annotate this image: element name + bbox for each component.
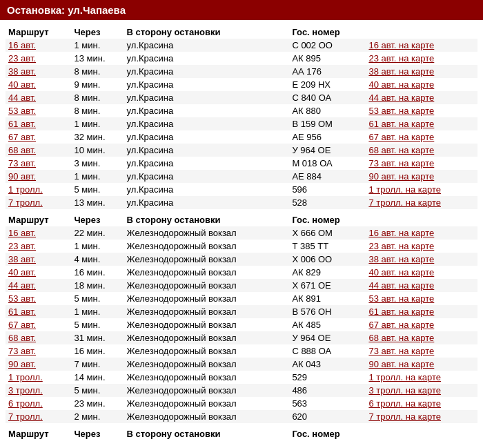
route-link[interactable]: 53 авт. (8, 293, 36, 304)
map-cell[interactable]: 1 тролл. на карте (366, 371, 477, 384)
map-cell[interactable]: 44 авт. на карте (366, 279, 477, 292)
map-link[interactable]: 38 авт. на карте (368, 66, 434, 77)
map-cell[interactable]: 3 тролл. на карте (366, 384, 477, 397)
map-cell[interactable]: 53 авт. на карте (366, 104, 477, 117)
route-cell[interactable]: 53 авт. (6, 292, 71, 305)
route-link[interactable]: 61 авт. (8, 306, 36, 317)
map-cell[interactable]: 53 авт. на карте (366, 292, 477, 305)
map-cell[interactable]: 7 тролл. на карте (366, 410, 477, 423)
route-link[interactable]: 23 авт. (8, 53, 36, 64)
map-cell[interactable]: 73 авт. на карте (366, 344, 477, 358)
map-link[interactable]: 53 авт. на карте (368, 106, 434, 116)
route-cell[interactable]: 61 авт. (6, 305, 71, 318)
route-link[interactable]: 38 авт. (8, 254, 36, 264)
route-link[interactable]: 40 авт. (8, 79, 36, 90)
route-cell[interactable]: 73 авт. (6, 157, 71, 170)
map-link[interactable]: 6 тролл. на карте (368, 398, 441, 409)
route-cell[interactable]: 90 авт. (6, 358, 71, 371)
map-cell[interactable]: 90 авт. на карте (366, 358, 477, 371)
map-cell[interactable]: 38 авт. на карте (366, 65, 477, 78)
route-cell[interactable]: 73 авт. (6, 344, 71, 358)
route-cell[interactable]: 67 авт. (6, 318, 71, 331)
map-link[interactable]: 67 авт. на карте (368, 132, 434, 142)
map-link[interactable]: 73 авт. на карте (368, 346, 434, 356)
route-cell[interactable]: 16 авт. (6, 226, 71, 240)
route-cell[interactable]: 23 авт. (6, 240, 71, 253)
map-link[interactable]: 67 авт. на карте (368, 320, 434, 330)
map-cell[interactable]: 16 авт. на карте (366, 226, 477, 240)
route-link[interactable]: 16 авт. (8, 40, 36, 50)
route-link[interactable]: 16 авт. (8, 228, 36, 238)
map-cell[interactable]: 23 авт. на карте (366, 52, 477, 65)
map-cell[interactable]: 38 авт. на карте (366, 253, 477, 266)
route-link[interactable]: 6 тролл. (8, 398, 43, 409)
map-link[interactable]: 7 тролл. на карте (368, 411, 441, 422)
route-cell[interactable]: 40 авт. (6, 266, 71, 279)
map-cell[interactable]: 90 авт. на карте (366, 170, 477, 183)
route-cell[interactable]: 38 авт. (6, 65, 71, 78)
route-link[interactable]: 7 тролл. (8, 197, 43, 208)
route-link[interactable]: 68 авт. (8, 145, 36, 155)
map-cell[interactable]: 68 авт. на карте (366, 331, 477, 344)
map-link[interactable]: 90 авт. на карте (368, 359, 434, 369)
map-cell[interactable]: 7 тролл. на карте (366, 196, 477, 209)
route-link[interactable]: 23 авт. (8, 241, 36, 251)
map-cell[interactable]: 61 авт. на карте (366, 117, 477, 130)
route-cell[interactable]: 16 авт. (6, 39, 71, 52)
route-cell[interactable]: 1 тролл. (6, 183, 71, 196)
route-link[interactable]: 3 тролл. (8, 385, 43, 396)
route-link[interactable]: 61 авт. (8, 119, 36, 129)
map-cell[interactable]: 23 авт. на карте (366, 240, 477, 253)
map-link[interactable]: 53 авт. на карте (368, 293, 434, 304)
route-cell[interactable]: 68 авт. (6, 331, 71, 344)
route-link[interactable]: 67 авт. (8, 132, 36, 142)
map-cell[interactable]: 61 авт. на карте (366, 305, 477, 318)
route-cell[interactable]: 3 тролл. (6, 384, 71, 397)
route-link[interactable]: 73 авт. (8, 158, 36, 168)
map-cell[interactable]: 67 авт. на карте (366, 130, 477, 144)
map-link[interactable]: 68 авт. на карте (368, 145, 434, 155)
route-link[interactable]: 90 авт. (8, 359, 36, 369)
route-link[interactable]: 68 авт. (8, 333, 36, 343)
map-link[interactable]: 23 авт. на карте (368, 241, 434, 251)
map-link[interactable]: 1 тролл. на карте (368, 372, 441, 382)
route-cell[interactable]: 7 тролл. (6, 196, 71, 209)
route-cell[interactable]: 67 авт. (6, 130, 71, 144)
map-link[interactable]: 90 авт. на карте (368, 171, 434, 182)
route-cell[interactable]: 61 авт. (6, 117, 71, 130)
route-cell[interactable]: 6 тролл. (6, 397, 71, 410)
map-link[interactable]: 16 авт. на карте (368, 40, 434, 50)
map-link[interactable]: 61 авт. на карте (368, 306, 434, 317)
map-link[interactable]: 40 авт. на карте (368, 79, 434, 90)
map-cell[interactable]: 44 авт. на карте (366, 91, 477, 104)
map-cell[interactable]: 6 тролл. на карте (366, 397, 477, 410)
route-link[interactable]: 44 авт. (8, 280, 36, 291)
route-cell[interactable]: 38 авт. (6, 253, 71, 266)
route-link[interactable]: 90 авт. (8, 171, 36, 182)
map-cell[interactable]: 16 авт. на карте (366, 39, 477, 52)
map-link[interactable]: 40 авт. на карте (368, 267, 434, 277)
map-cell[interactable]: 67 авт. на карте (366, 318, 477, 331)
route-link[interactable]: 53 авт. (8, 106, 36, 116)
map-cell[interactable]: 73 авт. на карте (366, 157, 477, 170)
map-link[interactable]: 68 авт. на карте (368, 333, 434, 343)
route-link[interactable]: 73 авт. (8, 346, 36, 356)
map-link[interactable]: 7 тролл. на карте (368, 197, 441, 208)
map-cell[interactable]: 1 тролл. на карте (366, 183, 477, 196)
map-cell[interactable]: 40 авт. на карте (366, 78, 477, 91)
route-cell[interactable]: 40 авт. (6, 78, 71, 91)
map-link[interactable]: 61 авт. на карте (368, 119, 434, 129)
route-link[interactable]: 1 тролл. (8, 184, 43, 195)
route-cell[interactable]: 1 тролл. (6, 371, 71, 384)
route-cell[interactable]: 53 авт. (6, 104, 71, 117)
map-cell[interactable]: 68 авт. на карте (366, 144, 477, 157)
route-link[interactable]: 67 авт. (8, 320, 36, 330)
route-cell[interactable]: 7 тролл. (6, 410, 71, 423)
map-link[interactable]: 73 авт. на карте (368, 158, 434, 168)
map-link[interactable]: 44 авт. на карте (368, 92, 434, 103)
route-cell[interactable]: 23 авт. (6, 52, 71, 65)
route-link[interactable]: 44 авт. (8, 92, 36, 103)
map-link[interactable]: 3 тролл. на карте (368, 385, 441, 396)
route-link[interactable]: 38 авт. (8, 66, 36, 77)
route-link[interactable]: 40 авт. (8, 267, 36, 277)
